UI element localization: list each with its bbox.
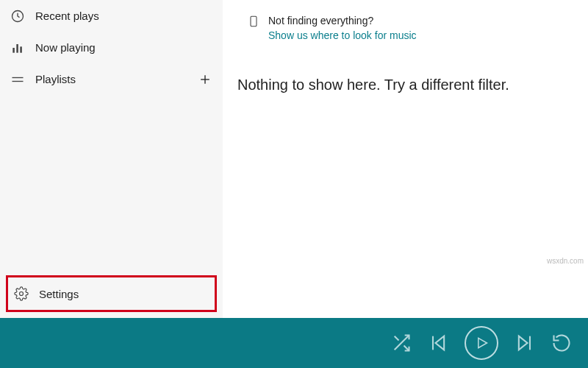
sidebar-item-now-playing[interactable]: Now playing (0, 32, 223, 63)
app-window: Recent plays Now playing (0, 0, 588, 368)
info-link[interactable]: Show us where to look for music (268, 29, 417, 41)
svg-rect-3 (20, 46, 22, 52)
svg-marker-10 (436, 336, 445, 350)
sidebar-item-label: Playlists (35, 73, 76, 85)
content-pane: Not finding everything? Show us where to… (223, 0, 588, 318)
svg-rect-2 (16, 44, 18, 53)
settings-highlight: Settings (6, 275, 217, 312)
watermark-text: wsxdn.com (547, 257, 584, 265)
bars-icon (10, 40, 25, 55)
info-title: Not finding everything? (268, 15, 417, 26)
play-button[interactable] (465, 326, 498, 360)
sidebar-item-recent-plays[interactable]: Recent plays (0, 0, 223, 32)
sidebar-item-label: Recent plays (35, 10, 99, 22)
info-row: Not finding everything? Show us where to… (248, 15, 575, 41)
sidebar-nav: Recent plays Now playing (0, 0, 223, 271)
sidebar-item-playlists[interactable]: Playlists (0, 63, 223, 95)
playlist-icon (10, 72, 25, 87)
gear-icon (14, 286, 29, 301)
sidebar: Recent plays Now playing (0, 0, 223, 318)
empty-state-text: Nothing to show here. Try a different fi… (237, 77, 575, 93)
sidebar-item-label: Settings (39, 288, 79, 300)
main-area: Recent plays Now playing (0, 0, 588, 318)
clock-icon (10, 9, 25, 24)
add-playlist-button[interactable] (198, 72, 212, 87)
svg-marker-13 (519, 336, 528, 350)
repeat-button[interactable] (551, 333, 572, 353)
svg-point-8 (20, 292, 24, 296)
next-button[interactable] (514, 333, 535, 353)
sidebar-item-settings[interactable]: Settings (8, 277, 215, 310)
sidebar-item-label: Now playing (35, 41, 96, 54)
info-text: Not finding everything? Show us where to… (268, 15, 417, 41)
svg-marker-12 (478, 338, 487, 347)
shuffle-button[interactable] (391, 333, 412, 353)
previous-button[interactable] (428, 333, 448, 353)
svg-rect-1 (12, 48, 15, 53)
player-bar (0, 318, 588, 368)
device-icon (248, 15, 259, 32)
svg-rect-9 (251, 16, 257, 26)
